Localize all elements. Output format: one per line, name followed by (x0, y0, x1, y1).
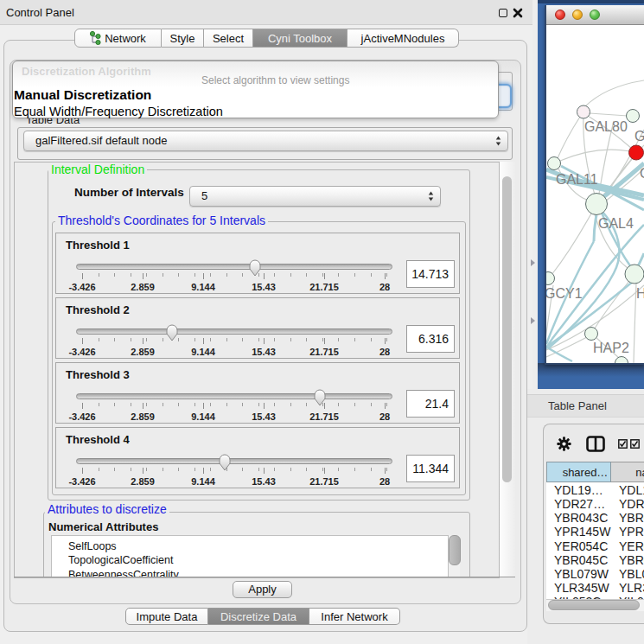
svg-text:GCY1: GCY1 (546, 286, 583, 301)
svg-text:C: C (640, 166, 644, 181)
svg-text:HAP2: HAP2 (593, 341, 629, 355)
svg-text:GAL80: GAL80 (584, 119, 628, 134)
svg-text:GA: GA (634, 129, 644, 143)
svg-text:H: H (636, 286, 644, 301)
svg-text:GAL11: GAL11 (556, 172, 598, 187)
svg-text:GAL4: GAL4 (598, 216, 634, 231)
